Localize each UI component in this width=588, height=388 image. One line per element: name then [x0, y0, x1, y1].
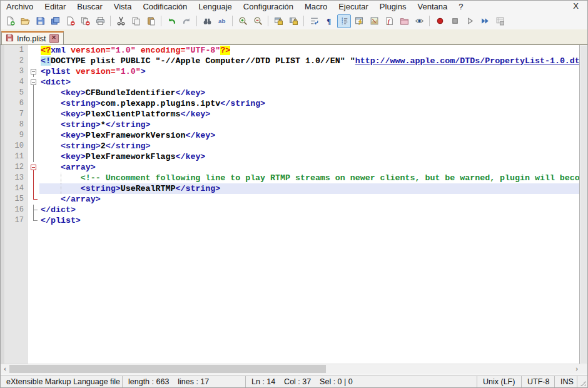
- menu-editar[interactable]: Editar: [39, 1, 71, 12]
- status-bar: eXtensible Markup Language filelength : …: [1, 375, 587, 387]
- show-indent-guide-button[interactable]: [337, 14, 351, 28]
- menu-codificacin[interactable]: Codificación: [137, 1, 193, 12]
- line-number: 2: [1, 56, 28, 66]
- menu-?[interactable]: ?: [453, 1, 469, 12]
- window-close-button[interactable]: X: [570, 1, 581, 11]
- word-wrap-button[interactable]: [307, 14, 321, 28]
- code-text[interactable]: <string>UseRealRTMP</string>: [39, 183, 580, 194]
- menu-ventana[interactable]: Ventana: [412, 1, 453, 12]
- horizontal-scrollbar-thumb[interactable]: [9, 365, 326, 373]
- status-length-lines: length : 663 lines : 17: [123, 376, 246, 387]
- menu-plugins[interactable]: Plugins: [374, 1, 412, 12]
- fold-margin: [28, 194, 39, 205]
- playback-macro-button[interactable]: [463, 14, 477, 28]
- close-file-icon: [66, 16, 75, 26]
- redo-button[interactable]: [180, 14, 193, 28]
- code-text[interactable]: <!-- Uncomment following line to play RT…: [39, 173, 580, 183]
- code-text[interactable]: </dict>: [39, 205, 580, 215]
- sync-scroll-vertical-button[interactable]: [271, 14, 285, 28]
- menu-macro[interactable]: Macro: [299, 1, 333, 12]
- menu-buscar[interactable]: Buscar: [71, 1, 108, 12]
- fold-margin: [28, 56, 39, 66]
- fold-margin: [28, 45, 39, 56]
- modified-floppy-icon: [6, 34, 14, 44]
- code-text[interactable]: </array>: [39, 194, 580, 205]
- code-text[interactable]: <plist version="1.0">: [39, 66, 580, 77]
- vertical-scrollbar-thumb[interactable]: [580, 46, 587, 363]
- replace-button[interactable]: ab: [215, 14, 229, 28]
- vertical-scrollbar[interactable]: [579, 45, 587, 364]
- editor-empty-area[interactable]: [1, 226, 580, 364]
- run-macro-multiple-button[interactable]: [478, 14, 492, 28]
- document-map-button[interactable]: [367, 14, 381, 28]
- scroll-right-arrow[interactable]: ›: [572, 364, 581, 374]
- line-number: 8: [1, 120, 28, 130]
- record-macro-icon: [435, 16, 445, 26]
- save-all-button[interactable]: [48, 14, 62, 28]
- find-button[interactable]: [200, 14, 214, 28]
- zoom-in-button[interactable]: [236, 14, 250, 28]
- run-macro-multiple-icon: [480, 16, 490, 26]
- sync-scroll-horizontal-button[interactable]: [286, 14, 300, 28]
- folder-as-workspace-button[interactable]: [397, 14, 411, 28]
- scroll-left-arrow[interactable]: ‹: [1, 364, 9, 374]
- code-text[interactable]: <key>PlexFrameworkFlags</key>: [39, 151, 580, 162]
- code-text[interactable]: </plist>: [39, 215, 580, 226]
- code-text[interactable]: <!DOCTYPE plist PUBLIC "-//Apple Compute…: [39, 56, 580, 66]
- menu-archivo[interactable]: Archivo: [1, 1, 39, 12]
- undo-button[interactable]: [165, 14, 178, 28]
- code-text[interactable]: <string>*</string>: [39, 120, 580, 130]
- menu-lenguaje[interactable]: Lenguaje: [193, 1, 238, 12]
- code-text[interactable]: <key>CFBundleIdentifier</key>: [39, 88, 580, 98]
- define-language-button[interactable]: [352, 14, 366, 28]
- new-file-button[interactable]: [3, 14, 17, 28]
- tab-close-icon[interactable]: ✕: [49, 34, 59, 43]
- menu-ejecutar[interactable]: Ejecutar: [333, 1, 374, 12]
- paste-button[interactable]: [144, 14, 158, 28]
- define-language-icon: [355, 16, 364, 26]
- replace-icon: ab: [218, 16, 227, 26]
- fold-toggle-icon[interactable]: [28, 66, 39, 77]
- tab-bar: Info.plist ✕: [1, 29, 587, 44]
- code-line-8: 8 <string>*</string>: [1, 120, 580, 130]
- close-all-button[interactable]: [78, 14, 92, 28]
- fold-margin: [28, 120, 39, 130]
- zoom-out-button[interactable]: [251, 14, 265, 28]
- copy-button[interactable]: [129, 14, 143, 28]
- code-text[interactable]: <?xml version="1.0" encoding="UTF-8"?>: [39, 45, 580, 56]
- code-text[interactable]: <key>PlexClientPlatforms</key>: [39, 109, 580, 120]
- horizontal-scrollbar[interactable]: ‹ ›: [1, 364, 587, 374]
- code-text[interactable]: <string>2</string>: [39, 141, 580, 151]
- tab-info-plist[interactable]: Info.plist ✕: [1, 31, 64, 44]
- menu-vista[interactable]: Vista: [108, 1, 138, 12]
- fold-toggle-icon[interactable]: [28, 162, 39, 173]
- show-all-characters-button[interactable]: ¶: [322, 14, 336, 28]
- open-file-button[interactable]: [18, 14, 32, 28]
- line-number: 14: [1, 183, 28, 194]
- close-file-button[interactable]: [63, 14, 77, 28]
- cut-button[interactable]: [114, 14, 128, 28]
- code-editor: 1<?xml version="1.0" encoding="UTF-8"?>2…: [1, 44, 587, 364]
- line-number: 10: [1, 141, 28, 151]
- line-number: 13: [1, 173, 28, 183]
- toolbar-separator: [161, 16, 161, 26]
- monitoring-button[interactable]: [412, 14, 426, 28]
- code-text[interactable]: <key>PlexFrameworkVersion</key>: [39, 130, 580, 141]
- code-text[interactable]: <array>: [39, 162, 580, 173]
- fold-toggle-icon[interactable]: [28, 77, 39, 88]
- code-text[interactable]: <string>com.plexapp.plugins.iptv</string…: [39, 98, 580, 109]
- save-macro-button[interactable]: [493, 14, 507, 28]
- record-macro-button[interactable]: [433, 14, 447, 28]
- fold-margin: [28, 205, 39, 215]
- code-line-15: 15 </array>: [1, 194, 580, 205]
- code-line-13: 13 <!-- Uncomment following line to play…: [1, 173, 580, 183]
- save-button[interactable]: [33, 14, 47, 28]
- print-button[interactable]: [93, 14, 107, 28]
- menu-configuracin[interactable]: Configuración: [238, 1, 299, 12]
- code-text[interactable]: <dict>: [39, 77, 580, 88]
- code-line-3: 3<plist version="1.0">: [1, 66, 580, 77]
- function-list-button[interactable]: f: [382, 14, 396, 28]
- show-indent-guide-icon: [340, 16, 349, 26]
- stop-recording-button[interactable]: [448, 14, 462, 28]
- resize-grip-icon[interactable]: [577, 376, 587, 387]
